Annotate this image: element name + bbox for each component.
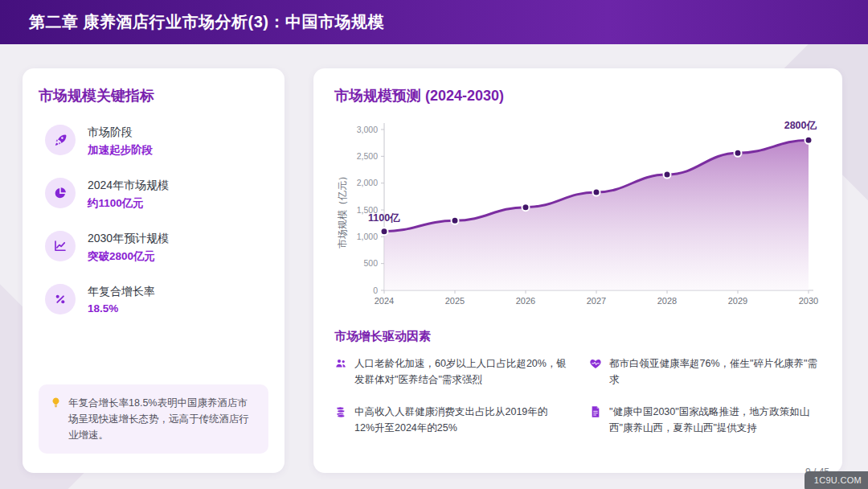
driver-text: 都市白领亚健康率超76%，催生"碎片化康养"需求 <box>609 355 821 388</box>
indicator-value: 突破2800亿元 <box>88 249 169 264</box>
insight-note-text: 年复合增长率18.5%表明中国康养酒店市场呈现快速增长态势，远高于传统酒店行业增… <box>68 395 257 443</box>
drivers-title: 市场增长驱动因素 <box>334 329 821 344</box>
lightbulb-icon <box>50 397 62 409</box>
svg-text:1100亿: 1100亿 <box>368 212 400 224</box>
svg-text:2,000: 2,000 <box>357 178 378 187</box>
driver-text: "健康中国2030"国家战略推进，地方政策如山西"康养山西，夏养山西"提供支持 <box>609 404 821 436</box>
svg-text:2027: 2027 <box>587 296 606 306</box>
svg-text:2025: 2025 <box>445 296 465 306</box>
document-icon <box>589 405 602 418</box>
users-icon <box>334 357 347 370</box>
indicator-cagr: 年复合增长率 18.5% <box>39 284 268 314</box>
driver-text: 中高收入人群健康消费支出占比从2019年的12%升至2024年的25% <box>354 404 567 436</box>
svg-text:2024: 2024 <box>375 296 394 306</box>
indicator-label: 2024年市场规模 <box>88 179 169 193</box>
indicator-label: 市场阶段 <box>88 125 153 140</box>
indicator-value: 加速起步阶段 <box>88 143 153 158</box>
svg-text:2029: 2029 <box>728 296 747 306</box>
indicator-value: 约1100亿元 <box>88 196 169 211</box>
indicator-2024-size: 2024年市场规模 约1100亿元 <box>39 178 268 211</box>
forecast-panel: 市场规模预测 (2024-2030) 05001,0001,5002,0002,… <box>313 68 842 473</box>
indicator-label: 2030年预计规模 <box>88 232 169 246</box>
key-indicators-title: 市场规模关键指标 <box>39 86 268 105</box>
line-chart-icon <box>45 231 76 261</box>
driver-subhealth: 都市白领亚健康率超76%，催生"碎片化康养"需求 <box>589 355 821 388</box>
key-indicators-panel: 市场规模关键指标 市场阶段 加速起步阶段 2024年市场规模 约1100亿元 <box>23 68 285 473</box>
driver-text: 人口老龄化加速，60岁以上人口占比超20%，银发群体对"医养结合"需求强烈 <box>354 355 567 388</box>
svg-text:500: 500 <box>363 258 378 268</box>
svg-text:0: 0 <box>373 286 378 295</box>
page-title: 第二章 康养酒店行业市场分析(3)：中国市场规模 <box>29 11 384 33</box>
rocket-icon <box>45 125 76 155</box>
watermark: 1C9U.COM <box>805 471 868 489</box>
insight-note: 年复合增长率18.5%表明中国康养酒店市场呈现快速增长态势，远高于传统酒店行业增… <box>39 384 268 454</box>
indicator-label: 年复合增长率 <box>88 285 155 299</box>
chart-title: 市场规模预测 (2024-2030) <box>334 86 821 105</box>
driver-policy: "健康中国2030"国家战略推进，地方政策如山西"康养山西，夏养山西"提供支持 <box>589 404 821 436</box>
slide-header: 第二章 康养酒店行业市场分析(3)：中国市场规模 <box>0 0 868 44</box>
indicator-value: 18.5% <box>88 302 155 314</box>
svg-text:2800亿: 2800亿 <box>784 120 817 131</box>
svg-text:1,000: 1,000 <box>357 232 378 241</box>
percent-icon <box>45 284 76 314</box>
svg-text:市场规模（亿元）: 市场规模（亿元） <box>337 171 348 249</box>
svg-text:2028: 2028 <box>657 296 677 306</box>
indicator-market-stage: 市场阶段 加速起步阶段 <box>39 125 268 158</box>
svg-text:3,000: 3,000 <box>357 125 378 134</box>
driver-aging-population: 人口老龄化加速，60岁以上人口占比超20%，银发群体对"医养结合"需求强烈 <box>334 355 567 388</box>
indicator-2030-size: 2030年预计规模 突破2800亿元 <box>39 231 268 264</box>
svg-text:2026: 2026 <box>516 296 535 306</box>
market-forecast-chart: 05001,0001,5002,0002,5003,00020242025202… <box>334 113 821 316</box>
slide: 第二章 康养酒店行业市场分析(3)：中国市场规模 市场规模关键指标 市场阶段 加… <box>0 0 868 489</box>
drivers-grid: 人口老龄化加速，60岁以上人口占比超20%，银发群体对"医养结合"需求强烈 都市… <box>334 355 821 436</box>
svg-text:2030: 2030 <box>799 296 818 306</box>
coins-icon <box>334 405 347 418</box>
driver-health-spending: 中高收入人群健康消费支出占比从2019年的12%升至2024年的25% <box>334 404 567 436</box>
heart-pulse-icon <box>589 357 602 370</box>
svg-text:2,500: 2,500 <box>357 151 378 161</box>
pie-chart-icon <box>45 178 76 208</box>
